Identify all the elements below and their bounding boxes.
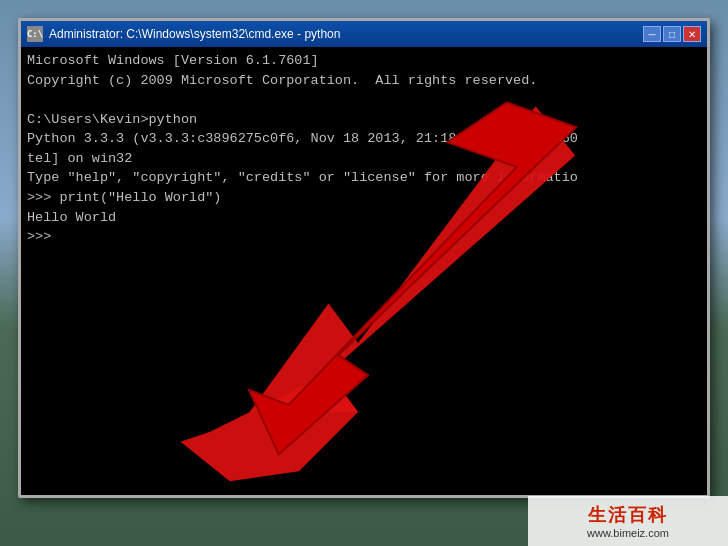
watermark-url: www.bimeiz.com xyxy=(587,527,669,539)
svg-marker-1 xyxy=(180,373,358,482)
maximize-button[interactable]: □ xyxy=(663,26,681,42)
watermark-chinese-text: 生活百科 xyxy=(588,503,668,527)
close-button[interactable]: ✕ xyxy=(683,26,701,42)
watermark: 生活百科 www.bimeiz.com xyxy=(528,496,728,546)
window-title: Administrator: C:\Windows\system32\cmd.e… xyxy=(49,27,637,41)
cmd-body[interactable]: Microsoft Windows [Version 6.1.7601] Cop… xyxy=(21,47,707,495)
cmd-window: C:\ Administrator: C:\Windows\system32\c… xyxy=(18,18,710,498)
window-controls: ─ □ ✕ xyxy=(643,26,701,42)
cmd-icon: C:\ xyxy=(27,26,43,42)
minimize-button[interactable]: ─ xyxy=(643,26,661,42)
cmd-output: Microsoft Windows [Version 6.1.7601] Cop… xyxy=(27,51,701,247)
title-bar: C:\ Administrator: C:\Windows\system32\c… xyxy=(21,21,707,47)
